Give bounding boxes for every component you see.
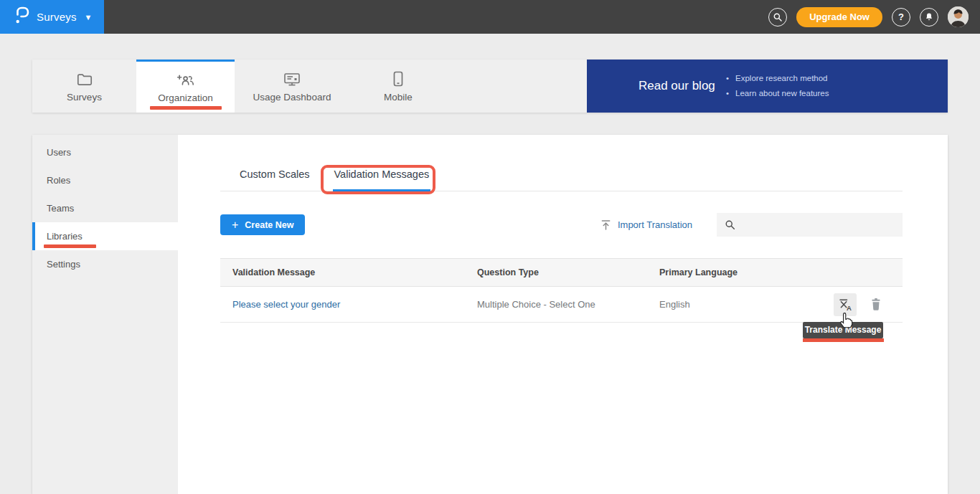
sidebar-item-label: Users bbox=[47, 147, 71, 158]
banner-title: Read our blog bbox=[639, 78, 717, 94]
primary-language-cell: English bbox=[659, 299, 789, 310]
dashboard-icon bbox=[283, 71, 301, 87]
main-panel: Users Roles Teams Libraries Settings Cus… bbox=[32, 135, 948, 494]
user-avatar[interactable] bbox=[948, 6, 969, 27]
help-button[interactable]: ? bbox=[892, 8, 910, 27]
upload-icon bbox=[600, 219, 611, 231]
sidebar-item-label: Roles bbox=[47, 175, 70, 186]
sidebar-item-users[interactable]: Users bbox=[32, 138, 178, 166]
tab-validation-messages[interactable]: Validation Messages bbox=[333, 166, 431, 191]
nav-tab-label: Organization bbox=[158, 92, 213, 103]
search-icon bbox=[725, 219, 735, 230]
question-type-cell: Multiple Choice - Select One bbox=[477, 299, 659, 310]
add-people-icon bbox=[176, 72, 195, 87]
mobile-icon bbox=[392, 71, 404, 87]
banner-bullet: Learn about new features bbox=[726, 86, 829, 101]
column-header-validation-message: Validation Message bbox=[220, 267, 477, 277]
nav-tab-mobile[interactable]: Mobile bbox=[349, 60, 447, 113]
notifications-button[interactable] bbox=[920, 8, 938, 27]
nav-tab-label: Usage Dashboard bbox=[253, 92, 331, 103]
sidebar-item-label: Libraries bbox=[47, 231, 83, 242]
product-switcher[interactable]: Surveys ▼ bbox=[0, 0, 104, 34]
sidebar-item-teams[interactable]: Teams bbox=[32, 194, 178, 222]
validation-message-link[interactable]: Please select your gender bbox=[232, 299, 340, 310]
table-toolbar: + Create New Import Translation bbox=[220, 213, 903, 237]
nav-tab-organization[interactable]: Organization bbox=[136, 60, 235, 113]
questionpro-logo-icon bbox=[14, 6, 30, 28]
column-header-question-type: Question Type bbox=[477, 267, 659, 277]
bell-icon bbox=[924, 11, 934, 22]
trash-icon bbox=[870, 297, 882, 312]
table-row: Please select your gender Multiple Choic… bbox=[220, 287, 903, 323]
plus-icon: + bbox=[232, 219, 238, 231]
chevron-down-icon: ▼ bbox=[85, 13, 93, 22]
upgrade-now-button[interactable]: Upgrade Now bbox=[796, 7, 882, 27]
mouse-cursor-hand-icon bbox=[839, 312, 853, 332]
import-translation-link[interactable]: Import Translation bbox=[600, 219, 692, 231]
nav-tab-label: Mobile bbox=[384, 92, 413, 103]
sidebar-item-label: Teams bbox=[47, 203, 74, 214]
nav-tab-usage-dashboard[interactable]: Usage Dashboard bbox=[235, 60, 349, 113]
translate-icon: A bbox=[838, 297, 853, 312]
product-name: Surveys bbox=[37, 11, 77, 23]
svg-text:A: A bbox=[847, 304, 852, 312]
top-bar: Surveys ▼ Upgrade Now ? bbox=[0, 0, 980, 34]
delete-button[interactable] bbox=[870, 297, 882, 312]
sidebar-item-settings[interactable]: Settings bbox=[32, 250, 178, 278]
create-new-label: Create New bbox=[245, 220, 293, 230]
settings-sidebar: Users Roles Teams Libraries Settings bbox=[32, 135, 178, 494]
banner-bullet-list: Explore research method Learn about new … bbox=[726, 71, 829, 101]
search-button[interactable] bbox=[768, 8, 787, 27]
topbar-actions: Upgrade Now ? bbox=[768, 0, 980, 34]
import-translation-label: Import Translation bbox=[618, 219, 692, 230]
column-header-primary-language: Primary Language bbox=[659, 267, 789, 277]
module-nav-strip: Surveys Organization bbox=[32, 60, 948, 113]
sidebar-item-label: Settings bbox=[47, 259, 80, 270]
validation-messages-table: Validation Message Question Type Primary… bbox=[220, 258, 903, 323]
tab-custom-scales[interactable]: Custom Scales bbox=[238, 166, 311, 191]
search-icon bbox=[773, 12, 783, 22]
banner-bullet: Explore research method bbox=[726, 71, 829, 86]
table-header-row: Validation Message Question Type Primary… bbox=[220, 258, 903, 287]
table-search[interactable] bbox=[717, 213, 903, 237]
libraries-content: Custom Scales Validation Messages + Crea… bbox=[178, 135, 948, 494]
folder-icon bbox=[76, 71, 93, 87]
blog-promo-banner[interactable]: Read our blog Explore research method Le… bbox=[587, 60, 948, 113]
sidebar-item-roles[interactable]: Roles bbox=[32, 166, 178, 194]
annotation-underline-libraries bbox=[44, 244, 96, 248]
create-new-button[interactable]: + Create New bbox=[220, 214, 305, 235]
nav-tab-label: Surveys bbox=[67, 92, 102, 103]
sidebar-item-libraries[interactable]: Libraries bbox=[32, 222, 178, 250]
question-mark-icon: ? bbox=[898, 11, 904, 22]
annotation-underline-tooltip bbox=[803, 338, 884, 342]
nav-tab-surveys[interactable]: Surveys bbox=[32, 60, 136, 113]
search-input[interactable] bbox=[740, 219, 883, 230]
annotation-underline-organization bbox=[150, 106, 222, 110]
library-tabs: Custom Scales Validation Messages bbox=[220, 166, 903, 191]
avatar-photo-icon bbox=[948, 6, 969, 27]
